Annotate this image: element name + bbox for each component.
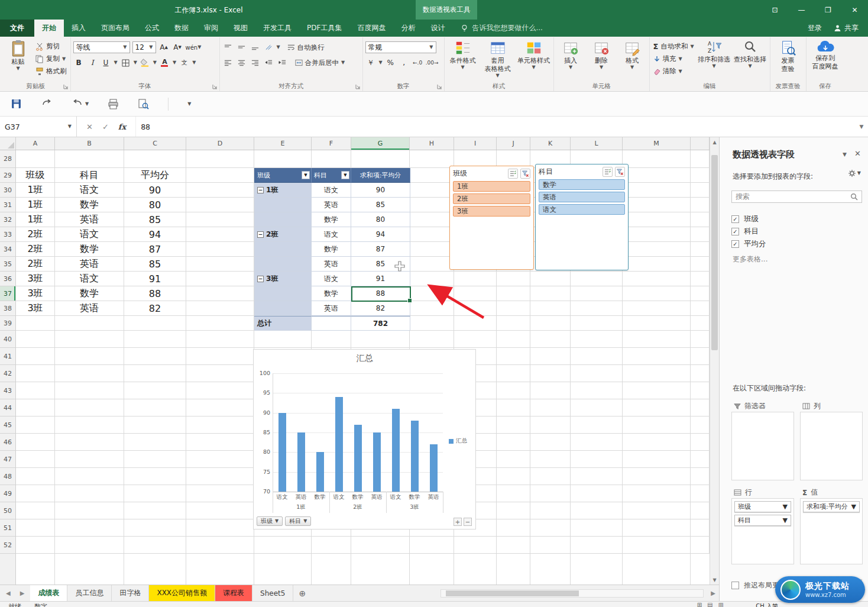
tools-gear-icon[interactable]: ▼ — [848, 169, 861, 177]
pivot-group-cell-4[interactable] — [254, 242, 312, 257]
scroll-up-icon[interactable]: ▲ — [710, 137, 719, 147]
scroll-down-icon[interactable]: ▼ — [710, 575, 719, 585]
insert-cells-button[interactable]: 插入▼ — [556, 38, 585, 70]
pivot-subject-cell-8[interactable]: 英语 — [312, 301, 351, 316]
pivot-header-values[interactable]: 求和项:平均分 — [351, 168, 410, 183]
menu-tab-6[interactable]: 视图 — [226, 20, 255, 37]
pivot-subject-cell-1[interactable]: 英语 — [312, 198, 351, 212]
cut-button[interactable]: 剪切 — [34, 41, 68, 52]
confirm-entry-icon[interactable]: ✓ — [102, 122, 109, 131]
select-all-button[interactable] — [0, 137, 16, 150]
name-box-arrow-icon[interactable]: ▼ — [68, 124, 72, 129]
align-right-icon[interactable] — [250, 57, 261, 69]
copy-button[interactable]: 复制▼ — [34, 53, 68, 64]
collapse-group-icon[interactable]: − — [257, 187, 264, 193]
borders-icon[interactable] — [120, 57, 131, 69]
vertical-scroll-thumb[interactable] — [711, 155, 718, 350]
sheet-tab-0[interactable]: 成绩表 — [30, 585, 67, 601]
field-checkbox-row-1[interactable]: ✓科目 — [731, 225, 862, 238]
cell-styles-button[interactable]: 单元格样式▼ — [517, 38, 551, 70]
scroll-right-icon[interactable]: ▶ — [711, 590, 715, 596]
field-checkbox-row-0[interactable]: ✓班级 — [731, 213, 862, 225]
horizontal-scroll-thumb[interactable] — [446, 590, 579, 596]
font-size-select[interactable]: 12▼ — [132, 41, 156, 53]
percent-style-icon[interactable]: % — [385, 57, 396, 69]
pivot-subject-cell-5[interactable]: 英语 — [312, 257, 351, 272]
invoice-check-button[interactable]: 发票 查验 — [773, 38, 804, 73]
format-painter-button[interactable]: 格式刷 — [34, 66, 68, 77]
pivot-group-cell-8[interactable] — [254, 301, 312, 316]
dialog-launcher-icon[interactable] — [437, 84, 442, 89]
slicer-clear-filter-icon[interactable] — [520, 169, 530, 179]
slicer-0-item-0[interactable]: 1班 — [453, 181, 530, 192]
decrease-indent-icon[interactable] — [263, 57, 274, 69]
area-box-1[interactable] — [800, 412, 863, 480]
menu-tab-1[interactable]: 插入 — [64, 20, 93, 37]
autosum-button[interactable]: Σ自动求和▼ — [652, 41, 695, 52]
vertical-scrollbar[interactable]: ▲ ▼ — [710, 137, 719, 585]
panel-options-icon[interactable]: ▼ — [843, 151, 847, 157]
menu-tab-0[interactable]: 开始 — [34, 20, 64, 37]
dialog-launcher-icon[interactable] — [212, 84, 218, 89]
more-tables-link[interactable]: 更多表格... — [733, 254, 767, 264]
column-header-G[interactable]: G — [351, 137, 410, 150]
menu-tab-8[interactable]: PDF工具集 — [299, 20, 349, 37]
increase-indent-icon[interactable] — [277, 57, 288, 69]
decrease-font-icon[interactable]: A▼ — [172, 42, 183, 53]
pivot-group-cell-0[interactable]: −1班 — [254, 183, 312, 198]
underline-button[interactable]: U — [101, 57, 112, 69]
merge-center-button[interactable]: 合并后居中▼ — [294, 57, 346, 69]
sheet-tab-3[interactable]: XXX公司销售额 — [149, 585, 215, 601]
fill-color-icon[interactable] — [140, 57, 151, 69]
field-checkbox-icon[interactable]: ✓ — [731, 215, 739, 223]
sheet-tab-2[interactable]: 田字格 — [112, 585, 149, 601]
delete-cells-button[interactable]: 删除▼ — [587, 38, 616, 70]
align-middle-icon[interactable] — [236, 42, 247, 53]
align-bottom-icon[interactable] — [250, 42, 261, 53]
accounting-format-icon[interactable]: ￥ — [365, 57, 377, 69]
print-icon[interactable] — [108, 99, 119, 109]
tell-me-box[interactable]: 告诉我您想要做什么... — [461, 20, 542, 37]
pivot-subject-cell-7[interactable]: 数学 — [312, 286, 351, 301]
slicer-1-item-2[interactable]: 语文 — [539, 204, 625, 215]
panel-close-icon[interactable]: ✕ — [854, 149, 861, 158]
column-header-F[interactable]: F — [312, 137, 351, 150]
name-box[interactable]: G37▼ — [0, 117, 77, 137]
field-checkbox-row-2[interactable]: ✓平均分 — [731, 238, 862, 250]
slicer-0-item-2[interactable]: 3班 — [453, 206, 530, 217]
format-as-table-button[interactable]: 套用 表格格式▼ — [481, 38, 515, 78]
print-preview-icon[interactable] — [138, 99, 149, 109]
area-3-field-0[interactable]: 求和项:平均分▼ — [803, 501, 860, 512]
paste-button[interactable]: 粘贴▼ — [4, 38, 33, 71]
pivot-subject-cell-2[interactable]: 数学 — [312, 212, 351, 227]
pivot-group-cell-3[interactable]: −2班 — [254, 227, 312, 242]
pivot-subject-cell-0[interactable]: 语文 — [312, 183, 351, 198]
align-center-icon[interactable] — [236, 57, 247, 69]
slicer-0-item-1[interactable]: 2班 — [453, 193, 530, 204]
context-tab-1[interactable]: 设计 — [423, 20, 452, 37]
italic-button[interactable]: I — [87, 57, 98, 69]
undo-button[interactable]: ▼ — [72, 99, 89, 109]
sheet-tab-1[interactable]: 员工信息 — [67, 585, 112, 601]
field-checkbox-icon[interactable]: ✓ — [731, 228, 739, 235]
sort-filter-button[interactable]: AZ 排序和筛选▼ — [697, 38, 731, 69]
conditional-formatting-button[interactable]: 条件格式▼ — [447, 38, 479, 70]
area-box-3[interactable]: 求和项:平均分▼ — [800, 498, 863, 564]
chart-field-button-0[interactable]: 班级▼ — [257, 516, 283, 526]
dialog-launcher-icon[interactable] — [355, 84, 361, 89]
ribbon-display-options-icon[interactable]: ⊡ — [762, 0, 788, 20]
slicer-1-item-0[interactable]: 数学 — [539, 179, 625, 190]
pivot-group-cell-1[interactable] — [254, 198, 312, 212]
pivot-filter-dropdown-icon[interactable]: ▼ — [302, 171, 310, 179]
login-button[interactable]: 登录 — [808, 23, 822, 33]
align-top-icon[interactable] — [222, 42, 234, 53]
horizontal-scrollbar[interactable] — [441, 589, 704, 598]
formula-bar-expand-icon[interactable]: ▼ — [855, 117, 868, 137]
menu-tab-2[interactable]: 页面布局 — [93, 20, 137, 37]
pivot-total-value[interactable]: 782 — [351, 316, 410, 331]
save-icon[interactable] — [11, 98, 22, 109]
column-header-M[interactable]: M — [623, 137, 691, 150]
column-header-E[interactable]: E — [254, 137, 312, 150]
fill-button[interactable]: 填充▼ — [652, 53, 695, 64]
share-button[interactable]: 共享 — [834, 23, 859, 33]
